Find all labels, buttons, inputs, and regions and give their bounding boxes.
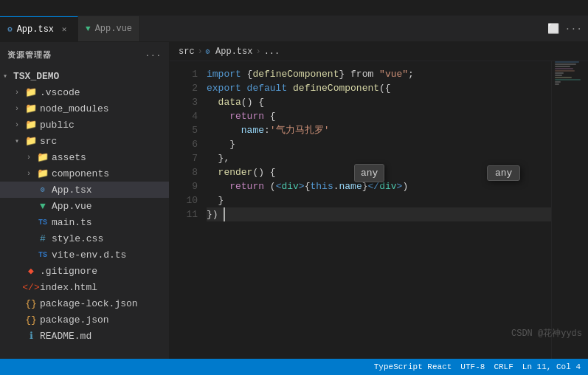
style-css-label: style.css <box>52 233 103 244</box>
sidebar-header-actions: ··· <box>145 51 162 60</box>
vscode-label: .vscode <box>40 87 80 98</box>
main-ts-label: main.ts <box>52 217 92 228</box>
vite-env-label: vite-env.d.ts <box>52 250 126 261</box>
breadcrumb-symbol[interactable]: ... <box>264 47 280 57</box>
breadcrumb-sep1: › <box>198 47 203 57</box>
pkg-lock-label: package-lock.json <box>40 298 138 309</box>
vue-file-icon: ▼ <box>37 201 49 212</box>
status-language[interactable]: TypeScript React <box>374 362 452 371</box>
html-icon: </> <box>25 282 37 293</box>
sidebar-item-assets[interactable]: › 📁 assets <box>0 149 169 165</box>
sidebar-item-node-modules[interactable]: › 📁 node_modules <box>0 100 169 117</box>
chevron-right-icon: › <box>27 154 34 162</box>
app-vue-label: App.vue <box>52 201 92 212</box>
sidebar: 资源管理器 ··· ▾ TSX_DEMO › 📁 .vscode › 📁 nod… <box>0 42 170 359</box>
breadcrumb-sep2: › <box>255 47 260 57</box>
sidebar-item-src[interactable]: ▾ 📁 src <box>0 133 169 149</box>
code-line-11: }) ​ <box>207 207 551 221</box>
new-file-icon[interactable]: ··· <box>145 51 162 60</box>
sidebar-item-app-tsx[interactable]: ⚙ App.tsx <box>0 182 169 198</box>
sidebar-header: 资源管理器 ··· <box>0 42 169 68</box>
json-icon: {} <box>25 314 37 326</box>
css-file-icon: # <box>37 233 49 244</box>
folder-icon: 📁 <box>25 119 37 131</box>
code-line-10: } <box>207 193 551 207</box>
readme-label: README.md <box>40 331 91 342</box>
line-numbers: 1 2 3 4 5 6 7 8 9 10 11 <box>170 61 207 359</box>
sidebar-title: 资源管理器 <box>7 49 51 61</box>
status-eol[interactable]: CRLF <box>494 362 513 371</box>
sidebar-item-components[interactable]: › 📁 components <box>0 165 169 182</box>
breadcrumb-file[interactable]: ⚙ App.tsx <box>206 47 253 57</box>
git-icon: ◆ <box>25 265 37 277</box>
chevron-right-icon: › <box>27 170 34 178</box>
code-line-9: return (<div>{this.name}</div>) <box>207 179 551 193</box>
assets-label: assets <box>52 152 86 163</box>
public-label: public <box>40 120 75 131</box>
code-line-1: import {defineComponent} from "vue"; <box>207 67 551 81</box>
sidebar-item-vscode[interactable]: › 📁 .vscode <box>0 84 169 100</box>
gitignore-label: .gitignore <box>40 266 97 277</box>
chevron-right-icon: › <box>15 105 22 113</box>
chevron-right-icon: › <box>15 121 22 129</box>
tab-bar-actions: ⬜ ··· <box>547 16 588 41</box>
sidebar-item-gitignore[interactable]: ◆ .gitignore <box>0 263 169 279</box>
breadcrumb: src › ⚙ App.tsx › ... <box>170 42 588 61</box>
chevron-down-icon: ▾ <box>3 72 10 80</box>
pkg-json-label: package.json <box>40 314 109 326</box>
info-icon: ℹ <box>25 330 37 342</box>
components-label: components <box>52 168 109 179</box>
tab-close-tsx[interactable]: ✕ <box>58 24 70 35</box>
index-html-label: index.html <box>40 282 97 293</box>
folder-icon: 📁 <box>37 168 49 179</box>
sidebar-item-main-ts[interactable]: TS main.ts <box>0 214 169 230</box>
split-editor-icon[interactable]: ⬜ <box>547 23 559 35</box>
breadcrumb-src[interactable]: src <box>179 47 195 57</box>
more-actions-icon[interactable]: ··· <box>565 24 582 35</box>
editor: src › ⚙ App.tsx › ... 1 2 3 4 5 6 7 8 9 … <box>170 42 588 359</box>
ts-file-icon: TS <box>37 251 49 259</box>
status-bar: TypeScript React UTF-8 CRLF Ln 11, Col 4 <box>0 359 588 375</box>
folder-icon: 📁 <box>25 86 37 98</box>
code-line-7: }, <box>207 151 551 165</box>
folder-icon: 📁 <box>25 103 37 114</box>
tab-app-vue[interactable]: ▼ App.vue <box>78 16 140 41</box>
tab-app-vue-label: App.vue <box>95 24 132 34</box>
sidebar-item-pkg-json[interactable]: {} package.json <box>0 312 169 328</box>
file-tree: ▾ TSX_DEMO › 📁 .vscode › 📁 node_modules … <box>0 68 169 359</box>
tab-app-tsx[interactable]: ⚙ App.tsx ✕ <box>0 16 78 41</box>
status-encoding[interactable]: UTF-8 <box>460 362 485 371</box>
code-lines[interactable]: import {defineComponent} from "vue"; exp… <box>207 61 551 359</box>
status-position[interactable]: Ln 11, Col 4 <box>522 362 581 371</box>
src-label: src <box>40 136 57 147</box>
code-line-3: data() { <box>207 95 551 109</box>
sidebar-item-pkg-lock[interactable]: {} package-lock.json <box>0 295 169 312</box>
folder-icon: 📁 <box>37 151 49 163</box>
json-icon: {} <box>25 298 37 309</box>
tsx-icon: ⚙ <box>7 24 13 34</box>
tab-app-tsx-label: App.tsx <box>17 24 54 35</box>
tooltip-box: any <box>487 165 520 181</box>
sidebar-item-app-vue[interactable]: ▼ App.vue <box>0 198 169 214</box>
sidebar-item-readme[interactable]: ℹ README.md <box>0 328 169 344</box>
tsx-file-icon: ⚙ <box>37 185 49 194</box>
code-container: 1 2 3 4 5 6 7 8 9 10 11 import {defineCo… <box>170 61 588 359</box>
root-label: TSX_DEMO <box>13 71 59 82</box>
minimap <box>551 61 588 359</box>
ts-file-icon: TS <box>37 219 49 227</box>
sidebar-item-vite-env[interactable]: TS vite-env.d.ts <box>0 247 169 263</box>
code-line-2: export default defineComponent({ <box>207 81 551 95</box>
sidebar-item-tsx-demo[interactable]: ▾ TSX_DEMO <box>0 68 169 84</box>
chevron-right-icon: › <box>15 89 22 97</box>
status-right: TypeScript React UTF-8 CRLF Ln 11, Col 4 <box>374 362 581 371</box>
code-line-4: return { <box>207 109 551 123</box>
folder-icon: 📁 <box>25 135 37 147</box>
sidebar-item-index-html[interactable]: </> index.html <box>0 279 169 295</box>
app-tsx-label: App.tsx <box>52 185 92 196</box>
title-bar <box>0 0 588 16</box>
chevron-down-icon: ▾ <box>15 137 22 145</box>
code-line-5: name:'气力马扎罗' <box>207 123 551 137</box>
vue-icon: ▼ <box>86 24 91 33</box>
sidebar-item-public[interactable]: › 📁 public <box>0 117 169 133</box>
sidebar-item-style-css[interactable]: # style.css <box>0 230 169 247</box>
